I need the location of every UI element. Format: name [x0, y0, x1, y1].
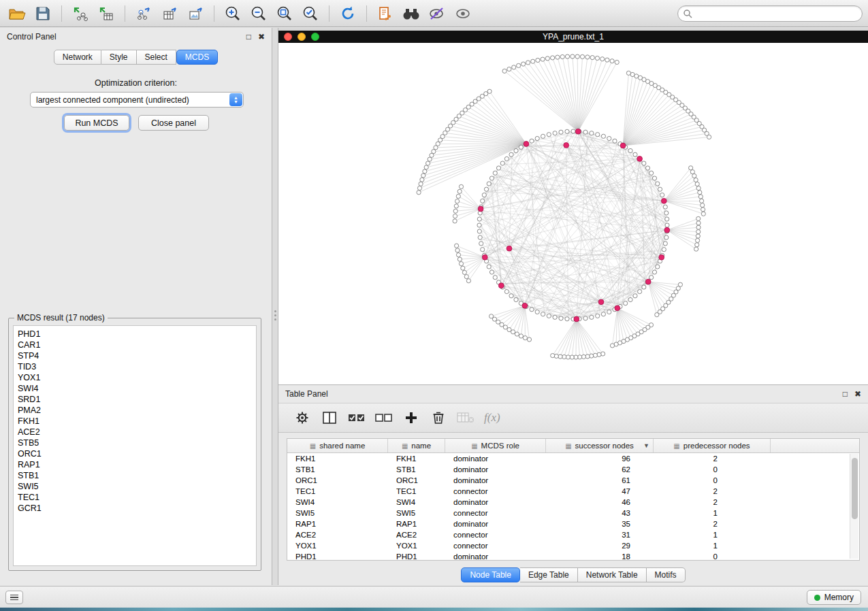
zoom-out-icon[interactable] — [247, 3, 270, 24]
optimization-criterion-label: Optimization criterion: — [0, 78, 272, 88]
mcds-result-list[interactable]: PHD1CAR1STP4TID3YOX1SWI4SRD1PMA2FKH1ACE2… — [13, 325, 257, 566]
tab-style[interactable]: Style — [101, 50, 137, 65]
save-icon[interactable] — [31, 3, 54, 24]
network-window-title: YPA_prune.txt_1 — [278, 32, 868, 42]
table-row[interactable]: SWI5SWI5connector431 — [287, 508, 859, 518]
select-all-icon[interactable] — [348, 409, 366, 427]
add-column-icon[interactable] — [402, 409, 420, 427]
float-panel-icon[interactable]: □ — [843, 390, 848, 398]
open-folder-icon[interactable] — [5, 3, 29, 24]
table-cell: 1 — [654, 508, 771, 518]
mcds-result-item[interactable]: PMA2 — [18, 405, 256, 416]
column-header-shared-name[interactable]: ▦ shared name — [287, 439, 388, 452]
close-panel-icon[interactable]: ✖ — [258, 33, 265, 41]
node-table: ▦ shared name ▦ name ▦ MCDS role ▦ succe… — [287, 438, 860, 561]
memory-button[interactable]: Memory — [807, 590, 861, 605]
table-row[interactable]: SWI4SWI4dominator462 — [287, 497, 859, 508]
tab-network[interactable]: Network — [54, 50, 101, 65]
column-label: successor nodes — [575, 442, 634, 450]
zoom-selected-icon[interactable] — [299, 3, 322, 24]
table-cell: TEC1 — [388, 486, 445, 497]
gear-icon[interactable] — [293, 409, 311, 427]
mcds-result-item[interactable]: FKH1 — [18, 416, 256, 427]
column-header-predecessor-nodes[interactable]: ▦ predecessor nodes — [654, 439, 771, 452]
table-cell: 62 — [546, 464, 654, 475]
refresh-layout-icon[interactable] — [336, 3, 359, 24]
column-header-mcds-role[interactable]: ▦ MCDS role — [445, 439, 546, 452]
import-network-icon[interactable] — [69, 3, 92, 24]
zoom-in-icon[interactable] — [221, 3, 244, 24]
column-header-successor-nodes[interactable]: ▦ successor nodes ▼ — [546, 439, 654, 452]
export-image-icon[interactable] — [184, 3, 207, 24]
table-cell — [771, 518, 859, 529]
mcds-result-item[interactable]: STB1 — [18, 470, 256, 481]
tab-mcds[interactable]: MCDS — [176, 50, 218, 65]
table-row[interactable]: STB1STB1dominator620 — [287, 464, 859, 475]
show-columns-icon[interactable] — [321, 409, 338, 427]
optimization-criterion-select[interactable]: largest connected component (undirected)… — [30, 92, 244, 108]
table-row[interactable]: TEC1TEC1connector472 — [287, 486, 859, 497]
close-panel-icon[interactable]: ✖ — [854, 390, 861, 398]
mcds-result-item[interactable]: CAR1 — [18, 340, 256, 350]
table-row[interactable]: FKH1FKH1dominator962 — [287, 453, 859, 464]
export-table-icon[interactable] — [158, 3, 181, 24]
column-header-name[interactable]: ▦ name — [388, 439, 445, 452]
mcds-result-item[interactable]: GCR1 — [18, 503, 256, 514]
mcds-result-item[interactable]: SWI5 — [18, 481, 256, 492]
tab-motifs[interactable]: Motifs — [647, 567, 686, 582]
network-canvas[interactable] — [278, 43, 868, 384]
import-table-icon[interactable] — [95, 3, 118, 24]
filter-icon[interactable] — [425, 3, 449, 24]
binoculars-icon[interactable] — [400, 3, 423, 24]
search-icon — [683, 9, 692, 21]
column-type-icon: ▦ — [565, 442, 571, 450]
zoom-fit-icon[interactable] — [273, 3, 296, 24]
toolbar-separator — [61, 5, 62, 22]
table-cell: SWI5 — [388, 508, 445, 518]
search-input[interactable] — [677, 5, 863, 22]
mcds-result-item[interactable]: PHD1 — [18, 329, 256, 340]
mcds-result-item[interactable]: ACE2 — [18, 427, 256, 437]
mcds-result-item[interactable]: TEC1 — [18, 492, 256, 503]
mcds-result-item[interactable]: STP4 — [18, 350, 256, 361]
show-panels-icon[interactable] — [5, 591, 23, 604]
tab-select[interactable]: Select — [137, 50, 176, 65]
table-row[interactable]: ACE2ACE2connector311 — [287, 529, 859, 540]
close-panel-button[interactable]: Close panel — [138, 115, 209, 131]
table-panel: Table Panel □ ✖ f(x) ▦ — [278, 384, 868, 585]
table-row[interactable]: RAP1RAP1dominator352 — [287, 518, 859, 529]
table-row[interactable]: PHD1PHD1dominator180 — [287, 551, 859, 561]
window-minimize-icon[interactable] — [298, 33, 306, 41]
mcds-result-item[interactable]: SWI4 — [18, 383, 256, 394]
panel-splitter[interactable] — [272, 28, 278, 585]
deselect-all-icon[interactable] — [375, 409, 393, 427]
tab-edge-table[interactable]: Edge Table — [520, 567, 578, 582]
tab-node-table[interactable]: Node Table — [461, 567, 520, 582]
table-cell: TEC1 — [287, 486, 388, 497]
table-scrollbar[interactable] — [850, 454, 858, 559]
tab-network-table[interactable]: Network Table — [578, 567, 647, 582]
export-network-icon[interactable] — [132, 3, 155, 24]
column-label: predecessor nodes — [684, 442, 750, 450]
mcds-result-item[interactable]: STB5 — [18, 437, 256, 448]
sort-chevron-icon[interactable]: ▼ — [643, 442, 649, 449]
table-row[interactable]: YOX1YOX1connector291 — [287, 540, 859, 551]
delete-column-icon[interactable] — [430, 409, 447, 427]
mcds-result-item[interactable]: RAP1 — [18, 459, 256, 470]
float-panel-icon[interactable]: □ — [246, 33, 251, 41]
table-row[interactable]: ORC1ORC1dominator610 — [287, 475, 859, 486]
mcds-result-item[interactable]: SRD1 — [18, 394, 256, 405]
network-window-titlebar[interactable]: YPA_prune.txt_1 — [278, 31, 868, 43]
window-zoom-icon[interactable] — [311, 33, 319, 41]
clipboard-share-icon[interactable] — [374, 3, 397, 24]
table-scrollbar-thumb[interactable] — [852, 458, 858, 519]
mcds-result-item[interactable]: ORC1 — [18, 448, 256, 459]
eye-icon[interactable] — [451, 3, 475, 24]
table-cell: ORC1 — [287, 475, 388, 486]
table-body: FKH1FKH1dominator962STB1STB1dominator620… — [287, 453, 859, 561]
table-cell: 2 — [654, 486, 771, 497]
mcds-result-item[interactable]: TID3 — [18, 361, 256, 372]
mcds-result-item[interactable]: YOX1 — [18, 372, 256, 383]
run-mcds-button[interactable]: Run MCDS — [64, 115, 129, 131]
window-close-icon[interactable] — [284, 33, 292, 41]
